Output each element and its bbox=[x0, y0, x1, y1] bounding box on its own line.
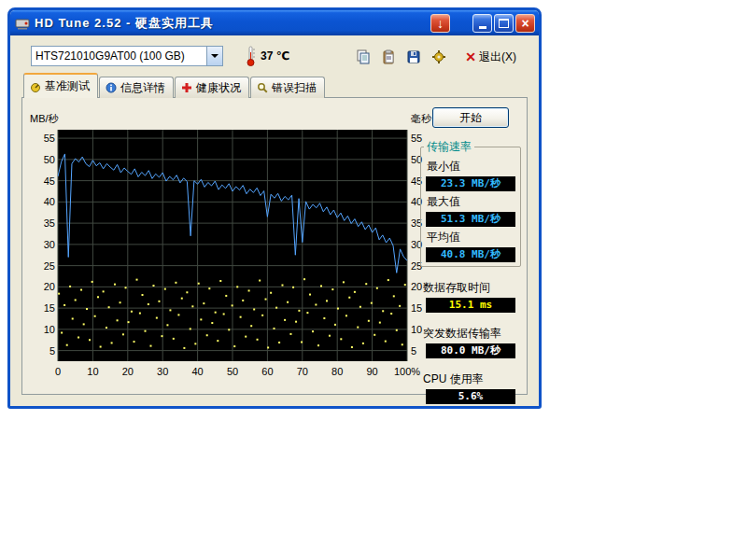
svg-text:90: 90 bbox=[366, 366, 377, 377]
titlebar-buttons: ↓ × bbox=[429, 14, 535, 33]
options-gear-icon bbox=[431, 49, 446, 64]
svg-text:5: 5 bbox=[411, 345, 416, 357]
svg-text:35: 35 bbox=[44, 217, 55, 229]
svg-text:15: 15 bbox=[44, 302, 55, 314]
error-scan-magnifier-icon bbox=[257, 82, 268, 93]
cpu-usage-label: CPU 使用率 bbox=[423, 371, 521, 387]
svg-text:55: 55 bbox=[44, 133, 55, 144]
svg-text:30: 30 bbox=[157, 366, 168, 377]
copy-image-icon bbox=[356, 49, 371, 64]
min-label: 最小值 bbox=[427, 159, 517, 175]
svg-text:20: 20 bbox=[44, 281, 55, 292]
access-time-label: 数据存取时间 bbox=[423, 280, 521, 296]
svg-text:20: 20 bbox=[122, 366, 134, 377]
exit-button[interactable]: ✕ 退出(X) bbox=[459, 47, 522, 67]
stats-panel: 开始 传输速率 最小值 23.3 MB/秒 最大值 51.3 MB/秒 平均值 … bbox=[420, 105, 521, 404]
min-value: 23.3 MB/秒 bbox=[426, 176, 515, 191]
tab-strip: 基准测试 信息详情 健康状况 错误扫描 bbox=[23, 77, 326, 98]
svg-text:0: 0 bbox=[55, 366, 61, 377]
save-icon bbox=[406, 49, 421, 64]
drive-select-arrow-button[interactable] bbox=[206, 47, 222, 65]
maximize-button[interactable] bbox=[494, 14, 514, 33]
benchmark-chart: 5510101515202025253030353540404545505055… bbox=[24, 100, 441, 382]
exit-x-icon: ✕ bbox=[465, 50, 476, 63]
tab-benchmark-label: 基准测试 bbox=[45, 78, 90, 94]
window-title: HD Tune 2.52 - 硬盘实用工具 bbox=[35, 15, 214, 32]
health-cross-icon bbox=[181, 82, 192, 93]
svg-text:30: 30 bbox=[44, 239, 55, 250]
chevron-down-icon bbox=[211, 54, 218, 58]
minimize-icon bbox=[479, 26, 486, 29]
svg-text:100%: 100% bbox=[394, 366, 420, 377]
update-download-button[interactable]: ↓ bbox=[430, 14, 450, 33]
tab-error-scan-label: 错误扫描 bbox=[272, 80, 317, 96]
copy-text-icon bbox=[381, 49, 396, 64]
close-button[interactable]: × bbox=[515, 14, 535, 33]
options-button[interactable] bbox=[429, 47, 449, 67]
access-time-value: 15.1 ms bbox=[426, 298, 515, 313]
svg-text:60: 60 bbox=[261, 366, 273, 377]
svg-text:5: 5 bbox=[49, 345, 55, 357]
tab-info[interactable]: 信息详情 bbox=[99, 77, 174, 98]
benchmark-icon bbox=[30, 81, 41, 92]
cpu-usage-value: 5.6% bbox=[426, 389, 515, 404]
tab-error-scan[interactable]: 错误扫描 bbox=[250, 77, 325, 98]
avg-label: 平均值 bbox=[427, 230, 517, 245]
transfer-rate-group: 传输速率 最小值 23.3 MB/秒 最大值 51.3 MB/秒 平均值 40.… bbox=[420, 139, 521, 267]
svg-text:80: 80 bbox=[331, 366, 343, 377]
svg-text:25: 25 bbox=[44, 260, 55, 272]
svg-text:10: 10 bbox=[44, 324, 55, 335]
benchmark-page: 5510101515202025253030353540404545505055… bbox=[21, 97, 528, 395]
exit-button-label: 退出(X) bbox=[479, 49, 516, 65]
toolbar: HTS721010G9AT00 (100 GB) 37 ℃ ✕ 退出(X) bbox=[10, 40, 539, 74]
tab-health[interactable]: 健康状况 bbox=[175, 77, 249, 98]
max-value: 51.3 MB/秒 bbox=[426, 212, 515, 227]
maximize-icon bbox=[499, 19, 509, 28]
minimize-button[interactable] bbox=[472, 14, 492, 33]
close-icon: × bbox=[521, 17, 529, 30]
temperature-value: 37 ℃ bbox=[261, 49, 289, 63]
toolbar-buttons bbox=[353, 47, 449, 67]
download-arrow-icon: ↓ bbox=[437, 17, 444, 30]
svg-text:40: 40 bbox=[44, 196, 55, 207]
copy-image-button[interactable] bbox=[353, 47, 374, 67]
save-button[interactable] bbox=[403, 47, 424, 67]
hdtune-window: HD Tune 2.52 - 硬盘实用工具 ↓ × HTS721010G9AT0… bbox=[7, 7, 542, 409]
info-icon bbox=[106, 82, 117, 93]
copy-text-button[interactable] bbox=[378, 47, 399, 67]
svg-text:MB/秒: MB/秒 bbox=[30, 113, 60, 124]
svg-text:50: 50 bbox=[44, 154, 55, 165]
drive-select[interactable]: HTS721010G9AT00 (100 GB) bbox=[31, 46, 223, 66]
svg-text:50: 50 bbox=[227, 366, 238, 377]
max-label: 最大值 bbox=[427, 194, 517, 210]
svg-text:70: 70 bbox=[297, 366, 308, 377]
avg-value: 40.8 MB/秒 bbox=[426, 247, 515, 262]
svg-text:10: 10 bbox=[87, 366, 98, 377]
tab-info-label: 信息详情 bbox=[120, 80, 165, 96]
tab-benchmark[interactable]: 基准测试 bbox=[23, 73, 98, 98]
thermometer-icon bbox=[246, 45, 257, 71]
svg-text:40: 40 bbox=[191, 366, 203, 377]
tab-health-label: 健康状况 bbox=[196, 80, 241, 96]
desktop: { "window": { "title": "HD Tune 2.52 - 硬… bbox=[0, 0, 747, 560]
burst-rate-value: 80.0 MB/秒 bbox=[426, 343, 515, 358]
titlebar[interactable]: HD Tune 2.52 - 硬盘实用工具 ↓ × bbox=[10, 10, 539, 35]
burst-rate-label: 突发数据传输率 bbox=[423, 326, 521, 342]
drive-select-value: HTS721010G9AT00 (100 GB) bbox=[32, 49, 206, 63]
start-button[interactable]: 开始 bbox=[432, 107, 509, 128]
app-icon bbox=[15, 16, 30, 31]
svg-text:45: 45 bbox=[44, 175, 55, 187]
transfer-rate-title: 传输速率 bbox=[424, 139, 474, 155]
